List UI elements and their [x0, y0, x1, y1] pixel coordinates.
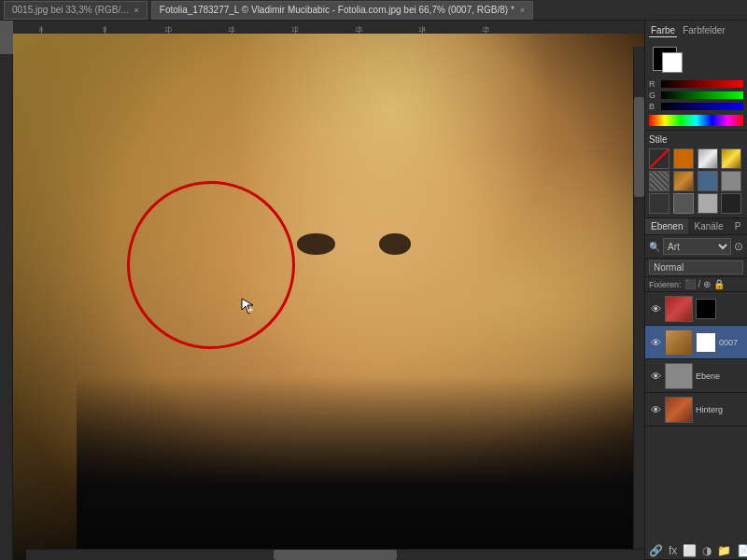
eye-right	[379, 233, 411, 255]
b-slider-row[interactable]: B	[649, 102, 743, 111]
color-section: Farbe Farbfelder R G	[645, 21, 747, 131]
layer-3-thumb	[665, 363, 693, 389]
stile-medium[interactable]	[673, 193, 694, 214]
stile-light-gray[interactable]	[698, 193, 718, 214]
main-area: 8 9 10 11 12 13 14 15	[0, 21, 747, 560]
layers-list: 👁 👁 0007 👁 Ebene	[645, 292, 747, 542]
g-label: G	[649, 91, 658, 100]
b-slider[interactable]	[661, 103, 743, 110]
face-highlight	[234, 113, 518, 402]
layer-mask-icon[interactable]: ⬜	[683, 544, 697, 557]
stile-blue[interactable]	[698, 171, 718, 191]
stile-dark[interactable]	[649, 193, 669, 214]
swatches-tab[interactable]: Farbfelder	[681, 24, 727, 37]
layers-tabs: Ebenen Kanäle P	[645, 218, 747, 235]
stile-orange[interactable]	[673, 148, 694, 169]
r-slider-row[interactable]: R	[649, 79, 743, 89]
layer-item-4[interactable]: 👁 Hinterg	[645, 393, 747, 427]
layer-3-visibility[interactable]: 👁	[649, 370, 662, 383]
layer-2-thumb	[665, 329, 693, 356]
fixieren-row: Fixieren: ⬛ / ⊕ 🔒	[645, 277, 747, 292]
layers-section: Ebenen Kanäle P 🔍 Art ⊙ Normal	[645, 218, 747, 560]
tab-1-label: 0015.jpg bei 33,3% (RGB/...	[12, 5, 129, 15]
stile-label: Stile	[649, 134, 743, 145]
stile-texture1[interactable]	[649, 171, 669, 191]
title-bar: 0015.jpg bei 33,3% (RGB/... × Fotolia_17…	[0, 0, 747, 21]
tab-2-label: Fotolia_1783277_L © Vladimir Mucibabic -…	[160, 5, 514, 15]
layer-2-mask	[696, 332, 716, 353]
color-panel-header: Farbe Farbfelder	[649, 24, 743, 37]
r-slider[interactable]	[661, 80, 743, 88]
layer-3-name: Ebene	[696, 371, 743, 381]
tab-1-close[interactable]: ×	[134, 6, 139, 15]
fix-icon-3[interactable]: ⊕	[703, 279, 711, 289]
layer-item-3[interactable]: 👁 Ebene	[645, 359, 747, 393]
stile-section: Stile	[645, 131, 747, 218]
layer-new-icon[interactable]: 📄	[737, 544, 747, 557]
layer-4-visibility[interactable]: 👁	[649, 403, 662, 416]
right-panel: Farbe Farbfelder R G	[644, 21, 747, 560]
layer-1-visibility[interactable]: 👁	[649, 302, 662, 315]
layer-item-2[interactable]: 👁 0007	[645, 326, 747, 359]
rgb-sliders: R G B	[649, 79, 743, 111]
blend-mode-row: Normal	[645, 259, 747, 277]
layer-adjustment-icon[interactable]: ◑	[702, 544, 712, 557]
canvas-content[interactable]	[13, 34, 644, 560]
tab-2[interactable]: Fotolia_1783277_L © Vladimir Mucibabic -…	[151, 1, 533, 20]
layer-item-1[interactable]: 👁	[645, 292, 747, 326]
photo-background	[13, 34, 644, 560]
g-slider-row[interactable]: G	[649, 91, 743, 100]
tab-channels[interactable]: Kanäle	[688, 218, 728, 234]
filter-icon: 🔍	[649, 242, 660, 252]
spectrum-bar[interactable]	[649, 115, 743, 126]
stile-grid	[649, 148, 743, 214]
layers-bottom-toolbar: 🔗 fx ⬜ ◑ 📁 📄 🗑	[645, 542, 747, 560]
stile-gray[interactable]	[721, 171, 741, 191]
layer-1-thumb	[665, 296, 693, 322]
stile-brown[interactable]	[673, 171, 694, 191]
layer-2-visibility[interactable]: 👁	[649, 336, 662, 349]
filter-toggle[interactable]: ⊙	[734, 240, 743, 253]
blend-mode-select[interactable]: Normal	[649, 260, 743, 274]
layer-link-icon[interactable]: 🔗	[649, 544, 663, 557]
fg-bg-color-picker[interactable]	[649, 43, 690, 75]
g-slider[interactable]	[661, 91, 743, 99]
tab-1[interactable]: 0015.jpg bei 33,3% (RGB/... ×	[4, 1, 148, 20]
stile-gold[interactable]	[721, 148, 741, 169]
background-color	[662, 52, 683, 73]
vertical-scrollbar[interactable]	[633, 47, 644, 549]
layer-1-mask	[696, 299, 716, 319]
ruler-horizontal: 8 9 10 11 12 13 14 15	[13, 21, 644, 34]
canvas-area[interactable]: 8 9 10 11 12 13 14 15	[0, 21, 644, 560]
layers-filter-row: 🔍 Art ⊙	[645, 235, 747, 259]
layer-4-name: Hinterg	[696, 405, 743, 414]
fix-icon-1[interactable]: ⬛	[684, 279, 696, 289]
ruler-vertical	[0, 54, 13, 560]
eye-left	[297, 233, 335, 255]
layer-fx-icon[interactable]: fx	[669, 544, 677, 557]
stile-silver[interactable]	[698, 148, 718, 169]
horizontal-scrollbar[interactable]	[26, 549, 644, 560]
fixieren-label: Fixieren:	[649, 280, 682, 289]
layer-2-name: 0007	[719, 338, 743, 347]
layer-4-thumb	[665, 397, 693, 423]
tab-layers[interactable]: Ebenen	[645, 218, 688, 234]
stile-none[interactable]	[649, 148, 669, 169]
tab-2-close[interactable]: ×	[520, 6, 525, 15]
tab-paths[interactable]: P	[729, 218, 747, 234]
layer-filter-select[interactable]: Art	[663, 238, 731, 255]
color-tab[interactable]: Farbe	[649, 24, 677, 37]
r-label: R	[649, 79, 658, 89]
b-label: B	[649, 102, 658, 111]
clothing-layer	[77, 376, 644, 560]
stile-darkest[interactable]	[721, 193, 741, 214]
fix-icon-2[interactable]: /	[698, 279, 701, 289]
fix-icon-4[interactable]: 🔒	[713, 279, 725, 289]
layer-folder-icon[interactable]: 📁	[717, 544, 731, 557]
